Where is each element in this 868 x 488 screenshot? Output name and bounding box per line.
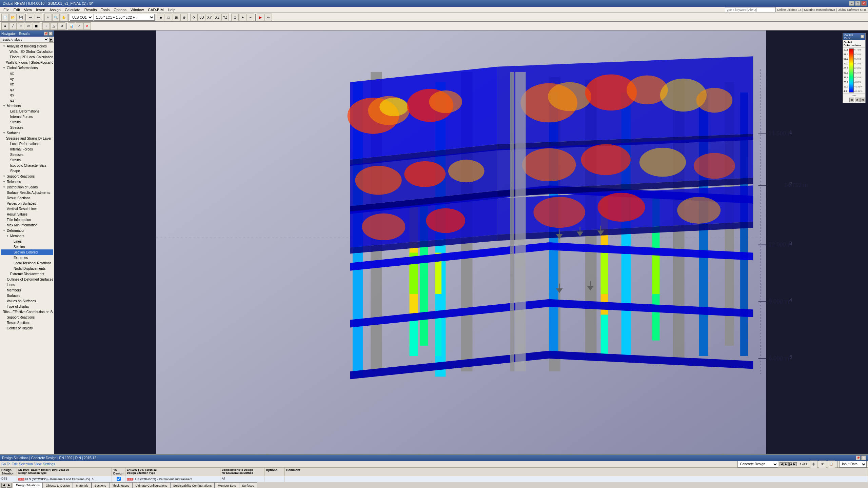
design-type-combo[interactable]: Concrete Design: [737, 461, 778, 468]
tree-item[interactable]: Local Deformations: [1, 108, 53, 114]
minimize-button[interactable]: −: [849, 1, 854, 6]
tree-item[interactable]: φz: [1, 98, 53, 103]
legend-expand-btn[interactable]: ⊞: [860, 98, 865, 102]
tree-item[interactable]: φy: [1, 92, 53, 98]
tree-item[interactable]: uz: [1, 81, 53, 87]
tree-item[interactable]: Values on Surfaces: [1, 201, 53, 206]
tab-thicknesses[interactable]: Thicknesses: [109, 482, 132, 488]
tree-item[interactable]: Result Sections: [1, 320, 53, 325]
mesh-btn[interactable]: ⊞: [173, 14, 180, 21]
menu-insert[interactable]: Insert: [34, 7, 47, 13]
legend-zoom-btn[interactable]: ⊕: [855, 98, 860, 102]
tree-item[interactable]: Center of Rigidity: [1, 325, 53, 331]
save-btn[interactable]: 💾: [17, 14, 24, 21]
tree-item[interactable]: Local Deformations: [1, 141, 53, 146]
tab-design-situations[interactable]: Design Situations: [13, 482, 43, 488]
tree-item[interactable]: Stresses: [1, 152, 53, 157]
bottom-close-btn[interactable]: ✕: [861, 455, 866, 460]
loadcase-combo[interactable]: ULS CO1: [70, 14, 93, 21]
new-btn[interactable]: 📄: [1, 14, 9, 21]
nav-next-btn[interactable]: ▶: [784, 462, 788, 466]
search-input[interactable]: [725, 7, 776, 12]
tree-item[interactable]: Values on Surfaces: [1, 298, 53, 304]
tree-item[interactable]: ▼Members: [1, 233, 53, 239]
wire-btn[interactable]: □: [165, 14, 172, 21]
tree-item[interactable]: Surface Results Adjustments: [1, 190, 53, 195]
loadcombo-combo[interactable]: 1.35 * LC1 + 1.50 * LC2 + ...: [94, 14, 155, 21]
zoom-btn[interactable]: 🔍: [52, 14, 60, 21]
settings-btn[interactable]: Settings: [43, 462, 55, 466]
tree-item[interactable]: uy: [1, 76, 53, 81]
tab-nav-next[interactable]: ▶: [7, 483, 12, 488]
nav-first-btn[interactable]: |◀: [788, 462, 792, 466]
tree-item[interactable]: ▼Members: [1, 103, 53, 108]
node-btn[interactable]: ●: [1, 22, 9, 30]
tree-item[interactable]: ux: [1, 70, 53, 76]
viewxz-btn[interactable]: XZ: [214, 14, 221, 21]
bottom-pin-btn[interactable]: 📌: [856, 455, 861, 460]
selection-btn[interactable]: Selection: [19, 462, 33, 466]
tree-item[interactable]: Ribs - Effective Contribution on Surfa..…: [1, 309, 53, 314]
tree-item[interactable]: Floors | 2D Local Calculation: [1, 54, 53, 60]
tree-item[interactable]: Lines: [1, 239, 53, 244]
tree-item[interactable]: Vertical Result Lines: [1, 206, 53, 211]
add-row-btn[interactable]: ➕: [810, 461, 817, 468]
tree-item[interactable]: Section Colored: [1, 249, 53, 255]
tree-item[interactable]: ▼Analysis of building stories: [1, 43, 53, 49]
menu-options[interactable]: Options: [112, 7, 129, 13]
axis-btn[interactable]: ⊕: [180, 14, 188, 21]
tree-item[interactable]: Local Torsional Rotations: [1, 260, 53, 266]
tree-item[interactable]: Support Reactions: [1, 314, 53, 320]
tab-materials[interactable]: Materials: [73, 482, 92, 488]
tree-item[interactable]: Section: [1, 244, 53, 249]
zoomout-btn[interactable]: −: [247, 14, 254, 21]
view-btn[interactable]: View: [34, 462, 42, 466]
surface-btn[interactable]: ▭: [25, 22, 32, 30]
maximize-button[interactable]: □: [855, 1, 861, 6]
member-btn[interactable]: ━: [17, 22, 24, 30]
viewport-3d[interactable]: 11.500 m 14.752 m 12.000 m 9.000 m 6.000…: [54, 30, 868, 454]
tree-item[interactable]: Walls | 3D Global Calculation: [1, 49, 53, 54]
tree-item[interactable]: Stresses and Strains by Layer Thick...: [1, 136, 53, 141]
zoomin-btn[interactable]: +: [239, 14, 246, 21]
tab-surfaces[interactable]: Surfaces: [239, 482, 257, 488]
tab-serviceability-configurations[interactable]: Serviceability Configurations: [170, 482, 215, 488]
tree-item[interactable]: Extreme Displacement: [1, 271, 53, 277]
table-row[interactable]: DS1 ULS ULS (STR/GEO) - Permanent and tr…: [0, 476, 868, 482]
viewyz-btn[interactable]: YZ: [221, 14, 229, 21]
edit-btn[interactable]: Edit: [12, 462, 18, 466]
analysis-type-combo[interactable]: Static Analysis: [1, 37, 49, 42]
calc-btn[interactable]: ▶: [257, 14, 264, 21]
del-row-btn[interactable]: 🗑: [819, 461, 826, 468]
pan-btn[interactable]: ✋: [60, 14, 67, 21]
line-btn[interactable]: ╱: [9, 22, 17, 30]
tree-item[interactable]: Walls & Floors | Global+Local Calc...: [1, 60, 53, 65]
tree-item[interactable]: Surfaces: [1, 293, 53, 298]
tab-objects-to-design[interactable]: Objects to Design: [43, 482, 73, 488]
input-data-combo[interactable]: Input Data: [840, 461, 867, 468]
menu-calculate[interactable]: Calculate: [63, 7, 82, 13]
result-btn[interactable]: 📊: [68, 22, 75, 30]
select-btn[interactable]: ↖: [44, 14, 52, 21]
menu-assign[interactable]: Assign: [47, 7, 63, 13]
tab-nav-prev[interactable]: ◀: [1, 483, 6, 488]
tree-item[interactable]: Lines: [1, 282, 53, 287]
window-controls[interactable]: − □ ✕: [849, 1, 867, 6]
tree-item[interactable]: ▼Distribution of Loads: [1, 184, 53, 190]
legend-settings-btn[interactable]: ⚙: [849, 98, 854, 102]
legend-close-btn[interactable]: ✕: [861, 35, 864, 38]
close-button[interactable]: ✕: [861, 1, 867, 6]
tree-item[interactable]: Strains: [1, 157, 53, 163]
check-btn[interactable]: ✓: [76, 22, 83, 30]
copy-row-btn[interactable]: 📋: [828, 461, 835, 468]
nav-close-btn[interactable]: ✕: [48, 32, 53, 36]
menu-help[interactable]: Help: [166, 7, 178, 13]
tree-item[interactable]: Isotropic Characteristics: [1, 163, 53, 168]
tree-item[interactable]: Shape: [1, 168, 53, 174]
tree-item[interactable]: Result Values: [1, 211, 53, 217]
solid-btn[interactable]: ◼: [33, 22, 40, 30]
nav-arrow-btn[interactable]: ▶: [49, 38, 53, 42]
tree-item[interactable]: Strains: [1, 119, 53, 125]
load-btn[interactable]: ↓: [42, 22, 50, 30]
tree-item[interactable]: Type of display: [1, 304, 53, 309]
